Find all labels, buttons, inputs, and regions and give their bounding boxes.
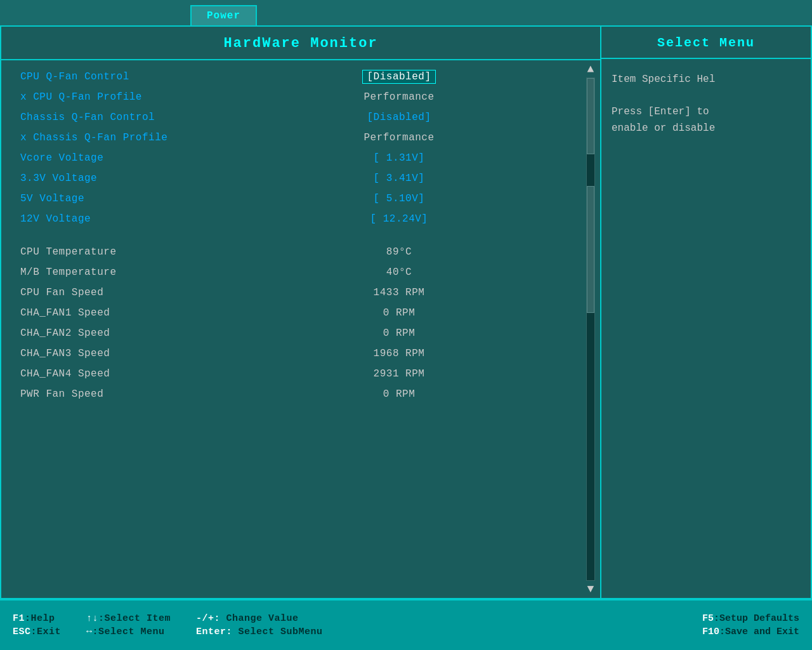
item-label-12v: 12V Voltage — [1, 213, 217, 225]
bottom-bar: F1:Help ESC:Exit ↑↓:Select Item ↔:Select… — [0, 599, 812, 650]
item-label-chafan4: CHA_FAN4 Speed — [1, 368, 217, 380]
item-value-cpu-qfan-profile: Performance — [217, 91, 581, 103]
select-menu-panel: Select Menu Item Specific Hel Press [Ent… — [601, 27, 811, 598]
scroll-thumb-lower[interactable] — [587, 186, 594, 313]
items-area: CPU Q-Fan Control [Disabled] x CPU Q-Fan… — [1, 60, 600, 598]
help-line1: Item Specific Hel — [612, 72, 801, 88]
bottom-keys: F1:Help ESC:Exit ↑↓:Select Item ↔:Select… — [13, 613, 702, 637]
item-value-chassis-qfan-profile: Performance — [217, 132, 581, 143]
help-line4: enable or disable — [612, 121, 801, 137]
key-esc-exit: ESC:Exit — [13, 627, 61, 637]
key-group-f1-esc: F1:Help ESC:Exit — [13, 613, 61, 637]
item-label-33v: 3.3V Voltage — [1, 173, 217, 184]
key-pm-change-value: -/+: Change Value — [196, 613, 323, 624]
item-label-chafan2: CHA_FAN2 Speed — [1, 328, 217, 339]
item-value-chafan3: 1968 RPM — [217, 348, 581, 359]
item-value-33v: [ 3.41V] — [217, 173, 581, 184]
item-label-pwr-fan: PWR Fan Speed — [1, 388, 217, 400]
key-f1-help: F1:Help — [13, 613, 61, 624]
item-value-chafan1: 0 RPM — [217, 307, 581, 319]
key-lr-select-menu: ↔:Select Menu — [86, 627, 171, 637]
scroll-track[interactable] — [586, 77, 595, 581]
key-group-change: -/+: Change Value Enter: Select SubMenu — [196, 613, 323, 637]
key-group-select-item: ↑↓:Select Item ↔:Select Menu — [86, 613, 171, 637]
item-value-vcore: [ 1.31V] — [217, 152, 581, 164]
hardware-monitor-title: HardWare Monitor — [1, 27, 600, 60]
item-label-cpu-qfan: CPU Q-Fan Control — [1, 71, 217, 83]
item-value-chassis-qfan: [Disabled] — [217, 112, 581, 123]
item-label-chafan3: CHA_FAN3 Speed — [1, 348, 217, 359]
table-row[interactable]: Chassis Q-Fan Control [Disabled] — [1, 107, 581, 128]
item-value-cpu-qfan: [Disabled] — [217, 71, 581, 83]
table-row: x CPU Q-Fan Profile Performance — [1, 87, 581, 107]
help-line3: Press [Enter] to — [612, 104, 801, 121]
select-menu-title: Select Menu — [601, 27, 811, 59]
table-row: PWR Fan Speed 0 RPM — [1, 384, 581, 404]
item-label-chassis-qfan-profile: x Chassis Q-Fan Profile — [1, 132, 217, 143]
table-row: CHA_FAN3 Speed 1968 RPM — [1, 343, 581, 364]
bios-screen: Power HardWare Monitor CPU Q-Fan Control… — [0, 0, 812, 650]
item-value-cpu-temp: 89°C — [217, 246, 581, 258]
item-label-cpu-fan: CPU Fan Speed — [1, 287, 217, 298]
item-label-cpu-temp: CPU Temperature — [1, 246, 217, 258]
item-value-5v: [ 5.10V] — [217, 193, 581, 204]
item-label-5v: 5V Voltage — [1, 193, 217, 204]
key-updown-select: ↑↓:Select Item — [86, 613, 171, 624]
item-value-cpu-fan: 1433 RPM — [217, 287, 581, 298]
key-f5-defaults: F5:Setup Defaults — [702, 613, 799, 624]
table-row: CPU Temperature 89°C — [1, 242, 581, 262]
item-label-vcore: Vcore Voltage — [1, 152, 217, 164]
item-value-chafan2: 0 RPM — [217, 328, 581, 339]
scroll-thumb-upper[interactable] — [587, 78, 594, 154]
item-label-chassis-qfan: Chassis Q-Fan Control — [1, 112, 217, 123]
item-label-mb-temp: M/B Temperature — [1, 267, 217, 278]
table-row: CHA_FAN1 Speed 0 RPM — [1, 303, 581, 323]
key-f10-save-exit: F10:Save and Exit — [702, 627, 799, 637]
key-enter-submenu: Enter: Select SubMenu — [196, 627, 323, 637]
table-row[interactable]: 3.3V Voltage [ 3.41V] — [1, 168, 581, 189]
scroll-down-arrow[interactable]: ▼ — [587, 583, 594, 595]
item-value-12v: [ 12.24V] — [217, 213, 581, 225]
item-value-pwr-fan: 0 RPM — [217, 388, 581, 400]
item-value-mb-temp: 40°C — [217, 267, 581, 278]
table-row: CHA_FAN2 Speed 0 RPM — [1, 323, 581, 343]
scrollbar[interactable]: ▲ ▼ — [581, 60, 600, 598]
scroll-up-arrow[interactable]: ▲ — [587, 63, 594, 75]
table-row[interactable]: CPU Q-Fan Control [Disabled] — [1, 67, 581, 87]
main-content: HardWare Monitor CPU Q-Fan Control [Disa… — [0, 25, 812, 599]
table-row[interactable]: 12V Voltage [ 12.24V] — [1, 209, 581, 229]
right-keys: F5:Setup Defaults F10:Save and Exit — [702, 613, 799, 637]
table-row[interactable]: Vcore Voltage [ 1.31V] — [1, 148, 581, 168]
table-row: x Chassis Q-Fan Profile Performance — [1, 128, 581, 148]
items-list: CPU Q-Fan Control [Disabled] x CPU Q-Fan… — [1, 60, 581, 598]
table-row: M/B Temperature 40°C — [1, 262, 581, 282]
item-label-cpu-qfan-profile: x CPU Q-Fan Profile — [1, 91, 217, 103]
tab-power[interactable]: Power — [190, 5, 257, 25]
table-row: CPU Fan Speed 1433 RPM — [1, 282, 581, 303]
table-row[interactable]: 5V Voltage [ 5.10V] — [1, 189, 581, 209]
item-value-chafan4: 2931 RPM — [217, 368, 581, 380]
table-row: CHA_FAN4 Speed 2931 RPM — [1, 364, 581, 384]
help-text: Item Specific Hel Press [Enter] to enabl… — [601, 59, 811, 149]
hardware-monitor-panel: HardWare Monitor CPU Q-Fan Control [Disa… — [1, 27, 601, 598]
spacer — [1, 229, 581, 242]
item-label-chafan1: CHA_FAN1 Speed — [1, 307, 217, 319]
top-tab-bar: Power — [0, 0, 812, 25]
